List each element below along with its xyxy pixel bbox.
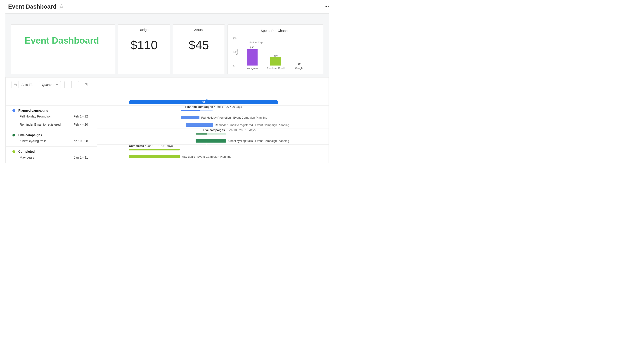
star-icon[interactable] xyxy=(59,4,64,9)
scale-dropdown[interactable]: Quarters xyxy=(39,81,60,88)
svg-rect-1 xyxy=(14,84,16,86)
chart-bar: $30 xyxy=(245,46,259,65)
gantt-section: Auto Fit Quarters − + Planned campaignsF… xyxy=(6,77,329,163)
zoom-out-button[interactable]: − xyxy=(64,81,72,88)
chart-bar-value: $0 xyxy=(298,62,300,65)
gantt-task-name: Fall Holiday Promotion xyxy=(20,115,52,118)
actual-card: Actual $45 xyxy=(173,24,225,74)
dashboard-cards-area: Event Dashboard Budget $110 Actual $45 S… xyxy=(6,13,329,77)
gantt-group-header[interactable]: Live campaigns xyxy=(18,133,97,137)
quarter-bar: Q1 xyxy=(129,100,278,104)
more-menu-icon[interactable]: ••• xyxy=(324,5,329,8)
group-color-dot xyxy=(12,150,15,153)
gantt-task-name: Reminder Email to registered xyxy=(20,123,60,126)
gantt-group-bar-row: Live campaigns • Feb 10 - 28 • 19 days xyxy=(97,129,328,137)
calendar-icon[interactable] xyxy=(12,81,19,88)
chart-bar: $15 xyxy=(269,54,282,65)
gantt-task-dates: Feb 4 - 20 xyxy=(74,123,88,126)
hero-card: Event Dashboard xyxy=(11,24,115,74)
svg-marker-0 xyxy=(60,4,63,8)
gantt-task-row[interactable]: Reminder Email to registeredFeb 4 - 20 xyxy=(18,120,97,129)
spend-per-channel-chart: Spend Per Channel Actual $0$25$50Budget … xyxy=(228,24,323,74)
gantt-task-dates: Feb 1 - 12 xyxy=(74,115,88,118)
group-color-dot xyxy=(12,109,15,112)
gantt-group-name: Live campaigns xyxy=(18,133,42,137)
gantt-task-bar[interactable] xyxy=(196,139,226,143)
export-icon[interactable] xyxy=(82,81,90,88)
budget-card: Budget $110 xyxy=(118,24,170,74)
gantt-bar-row: May deals | Event Campaign Planning xyxy=(97,153,328,160)
gantt-task-dates: Feb 10 - 28 xyxy=(72,139,88,143)
gantt-bar-row: Fall Holiday Promotion | Event Campaign … xyxy=(97,114,328,121)
gantt-group-header[interactable]: Planned campaigns xyxy=(18,109,97,112)
gantt-timeline[interactable]: Q1 Planned campaigns • Feb 1 - 20 • 20 d… xyxy=(97,92,328,163)
gantt-bar-row: Reminder Email to registered | Event Cam… xyxy=(97,121,328,129)
zoom-in-button[interactable]: + xyxy=(72,81,79,88)
gantt-task-name: May deals xyxy=(20,156,34,159)
gantt-task-bar[interactable] xyxy=(181,116,200,119)
gantt-task-row[interactable]: Fall Holiday PromotionFeb 1 - 12 xyxy=(18,112,97,120)
gantt-group-summary: Live campaigns • Feb 10 - 28 • 19 days xyxy=(203,128,256,132)
gantt-task-row[interactable]: 5 best cycling trailsFeb 10 - 28 xyxy=(18,137,97,145)
gantt-task-dates: Jan 1 - 31 xyxy=(74,156,88,159)
chart-bar-value: $15 xyxy=(274,54,278,57)
chart-category-label: Google xyxy=(290,67,308,70)
gantt-task-bar[interactable] xyxy=(129,155,180,158)
autofit-button[interactable]: Auto Fit xyxy=(19,81,35,88)
gantt-toolbar: Auto Fit Quarters − + xyxy=(6,77,328,92)
topbar: Event Dashboard ••• xyxy=(0,0,334,13)
gantt-group-name: Planned campaigns xyxy=(18,109,48,112)
gantt-task-bar-label: Fall Holiday Promotion | Event Campaign … xyxy=(201,116,267,119)
scale-label: Quarters xyxy=(42,83,54,86)
chart-bar: $0 xyxy=(292,62,306,65)
gantt-group-bar-row: Completed • Jan 1 - 31 • 31 days xyxy=(97,145,328,153)
gantt-group-summary: Completed • Jan 1 - 31 • 31 days xyxy=(129,144,173,148)
chart-category-label: Reminder Email xyxy=(266,67,285,70)
chevron-down-icon xyxy=(56,84,58,85)
gantt-task-row[interactable]: May dealsJan 1 - 31 xyxy=(18,153,97,162)
budget-value: $110 xyxy=(122,38,166,52)
gantt-left-panel: Planned campaignsFall Holiday PromotionF… xyxy=(6,92,97,163)
gantt-task-bar-label: May deals | Event Campaign Planning xyxy=(182,155,231,158)
gantt-task-bar-label: Reminder Email to registered | Event Cam… xyxy=(215,123,289,126)
actual-value: $45 xyxy=(176,38,221,52)
gantt-group-bar-row: Planned campaigns • Feb 1 - 20 • 20 days xyxy=(97,105,328,114)
page-title: Event Dashboard xyxy=(8,3,56,10)
gantt-task-name: 5 best cycling trails xyxy=(20,139,46,143)
chart-y-tick: $0 xyxy=(233,64,235,67)
chart-bar-value: $30 xyxy=(250,46,254,49)
chart-title: Spend Per Channel xyxy=(231,29,320,32)
chart-y-tick: $25 xyxy=(233,51,236,53)
hero-title: Event Dashboard xyxy=(15,29,99,46)
chart-y-tick: $50 xyxy=(233,37,236,40)
gantt-group-name: Completed xyxy=(18,150,34,153)
gantt-task-bar[interactable] xyxy=(186,123,213,127)
gantt-group-summary: Planned campaigns • Feb 1 - 20 • 20 days xyxy=(186,105,242,108)
budget-label: Budget xyxy=(122,28,166,32)
actual-label: Actual xyxy=(176,28,221,32)
group-color-dot xyxy=(12,134,15,136)
gantt-group-header[interactable]: Completed xyxy=(18,150,97,153)
autofit-label: Auto Fit xyxy=(22,83,32,86)
gantt-task-bar-label: 5 best cycling trails | Event Campaign P… xyxy=(228,139,289,142)
today-marker xyxy=(206,99,208,101)
gantt-bar-row: 5 best cycling trails | Event Campaign P… xyxy=(97,137,328,144)
chart-category-label: Instagram xyxy=(243,67,261,70)
